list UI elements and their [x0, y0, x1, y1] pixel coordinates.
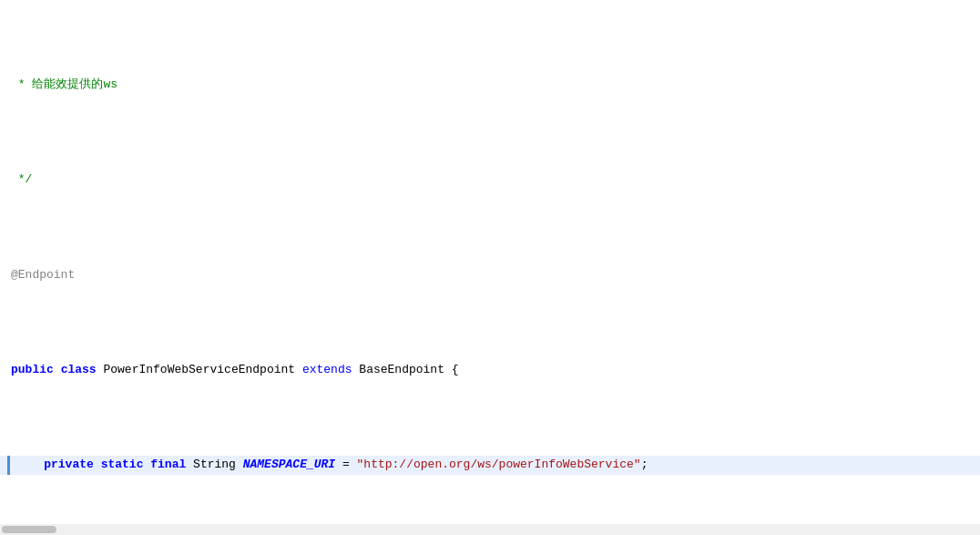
horizontal-scrollbar[interactable] [0, 524, 980, 535]
line-3: @Endpoint [0, 266, 980, 285]
code-block: * 给能效提供的ws */ @Endpoint public class Pow… [0, 0, 980, 535]
line-1: * 给能效提供的ws [0, 76, 980, 95]
line-4: public class PowerInfoWebServiceEndpoint… [0, 361, 980, 380]
line-5: private static final String NAMESPACE_UR… [0, 456, 980, 475]
code-editor[interactable]: * 给能效提供的ws */ @Endpoint public class Pow… [0, 0, 980, 535]
line-2: */ [0, 170, 980, 190]
scrollbar-thumb[interactable] [2, 526, 56, 533]
